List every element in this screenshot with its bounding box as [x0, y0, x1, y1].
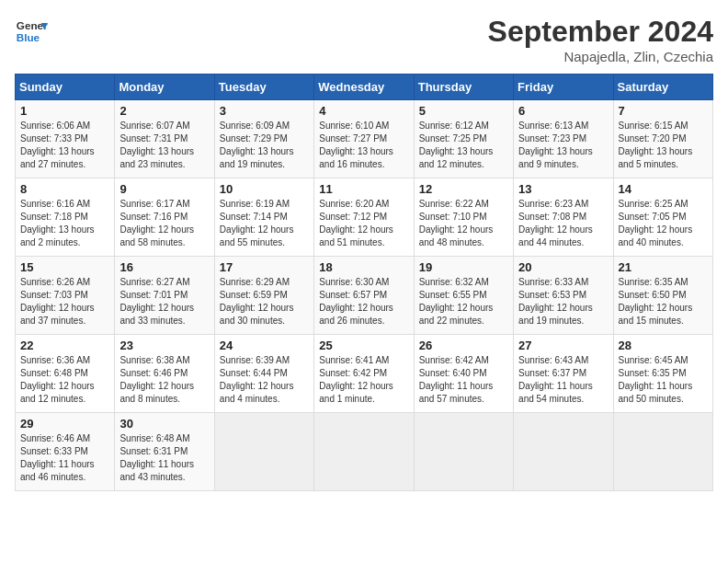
calendar-cell: 13Sunrise: 6:23 AM Sunset: 7:08 PM Dayli… — [514, 178, 613, 257]
page-header: General Blue September 2024 Napajedla, Z… — [15, 15, 713, 64]
calendar-week-row: 22Sunrise: 6:36 AM Sunset: 6:48 PM Dayli… — [16, 335, 713, 413]
logo-icon: General Blue — [15, 15, 48, 48]
calendar-cell: 9Sunrise: 6:17 AM Sunset: 7:16 PM Daylig… — [115, 178, 214, 257]
day-info: Sunrise: 6:22 AM Sunset: 7:10 PM Dayligh… — [419, 198, 508, 249]
day-number: 22 — [20, 339, 109, 352]
calendar-cell: 30Sunrise: 6:48 AM Sunset: 6:31 PM Dayli… — [115, 413, 214, 491]
day-number: 18 — [319, 260, 408, 274]
day-number: 28 — [619, 339, 708, 352]
calendar-cell: 16Sunrise: 6:27 AM Sunset: 7:01 PM Dayli… — [115, 257, 214, 335]
day-number: 4 — [319, 104, 408, 118]
day-number: 9 — [119, 182, 209, 196]
day-info: Sunrise: 6:30 AM Sunset: 6:57 PM Dayligh… — [319, 276, 408, 327]
calendar-week-row: 29Sunrise: 6:46 AM Sunset: 6:33 PM Dayli… — [16, 413, 713, 491]
weekday-header-saturday: Saturday — [613, 75, 712, 100]
calendar-cell — [514, 413, 613, 491]
day-info: Sunrise: 6:29 AM Sunset: 6:59 PM Dayligh… — [220, 276, 309, 327]
day-number: 1 — [20, 104, 109, 118]
day-number: 2 — [119, 104, 209, 118]
weekday-header-wednesday: Wednesday — [314, 75, 414, 100]
day-info: Sunrise: 6:13 AM Sunset: 7:23 PM Dayligh… — [518, 120, 608, 171]
day-number: 13 — [518, 182, 608, 196]
calendar-cell: 6Sunrise: 6:13 AM Sunset: 7:23 PM Daylig… — [514, 100, 613, 178]
day-info: Sunrise: 6:45 AM Sunset: 6:35 PM Dayligh… — [619, 354, 708, 406]
day-number: 21 — [619, 260, 708, 274]
title-section: September 2024 Napajedla, Zlin, Czechia — [488, 15, 713, 64]
calendar-cell: 12Sunrise: 6:22 AM Sunset: 7:10 PM Dayli… — [414, 178, 513, 257]
day-info: Sunrise: 6:06 AM Sunset: 7:33 PM Dayligh… — [20, 120, 109, 171]
day-number: 19 — [419, 260, 508, 274]
day-number: 24 — [220, 339, 309, 352]
day-number: 12 — [419, 182, 508, 196]
day-info: Sunrise: 6:27 AM Sunset: 7:01 PM Dayligh… — [119, 276, 209, 327]
day-number: 6 — [518, 104, 608, 118]
calendar-week-row: 15Sunrise: 6:26 AM Sunset: 7:03 PM Dayli… — [16, 257, 713, 335]
day-info: Sunrise: 6:43 AM Sunset: 6:37 PM Dayligh… — [518, 354, 608, 406]
day-info: Sunrise: 6:42 AM Sunset: 6:40 PM Dayligh… — [419, 354, 508, 406]
day-info: Sunrise: 6:38 AM Sunset: 6:46 PM Dayligh… — [119, 354, 209, 406]
weekday-header-thursday: Thursday — [414, 75, 513, 100]
day-info: Sunrise: 6:20 AM Sunset: 7:12 PM Dayligh… — [319, 198, 408, 249]
day-number: 30 — [119, 417, 209, 431]
calendar-cell: 26Sunrise: 6:42 AM Sunset: 6:40 PM Dayli… — [414, 335, 513, 413]
calendar-cell: 14Sunrise: 6:25 AM Sunset: 7:05 PM Dayli… — [613, 178, 712, 257]
day-number: 10 — [220, 182, 309, 196]
calendar-cell: 29Sunrise: 6:46 AM Sunset: 6:33 PM Dayli… — [16, 413, 115, 491]
calendar-cell: 20Sunrise: 6:33 AM Sunset: 6:53 PM Dayli… — [514, 257, 613, 335]
day-info: Sunrise: 6:19 AM Sunset: 7:14 PM Dayligh… — [220, 198, 309, 249]
day-info: Sunrise: 6:26 AM Sunset: 7:03 PM Dayligh… — [20, 276, 109, 327]
calendar-cell: 21Sunrise: 6:35 AM Sunset: 6:50 PM Dayli… — [613, 257, 712, 335]
day-info: Sunrise: 6:41 AM Sunset: 6:42 PM Dayligh… — [319, 354, 408, 406]
calendar-cell: 15Sunrise: 6:26 AM Sunset: 7:03 PM Dayli… — [16, 257, 115, 335]
calendar-cell — [414, 413, 513, 491]
logo: General Blue — [15, 15, 48, 48]
day-info: Sunrise: 6:33 AM Sunset: 6:53 PM Dayligh… — [518, 276, 608, 327]
day-number: 3 — [220, 104, 309, 118]
day-info: Sunrise: 6:16 AM Sunset: 7:18 PM Dayligh… — [20, 198, 109, 249]
calendar-week-row: 8Sunrise: 6:16 AM Sunset: 7:18 PM Daylig… — [16, 178, 713, 257]
day-info: Sunrise: 6:39 AM Sunset: 6:44 PM Dayligh… — [220, 354, 309, 406]
day-info: Sunrise: 6:10 AM Sunset: 7:27 PM Dayligh… — [319, 120, 408, 171]
calendar-cell: 19Sunrise: 6:32 AM Sunset: 6:55 PM Dayli… — [414, 257, 513, 335]
calendar-cell: 24Sunrise: 6:39 AM Sunset: 6:44 PM Dayli… — [214, 335, 313, 413]
weekday-header-friday: Friday — [514, 75, 613, 100]
svg-text:Blue: Blue — [17, 31, 40, 43]
calendar-cell: 28Sunrise: 6:45 AM Sunset: 6:35 PM Dayli… — [613, 335, 712, 413]
calendar-cell: 7Sunrise: 6:15 AM Sunset: 7:20 PM Daylig… — [613, 100, 712, 178]
calendar-cell: 18Sunrise: 6:30 AM Sunset: 6:57 PM Dayli… — [314, 257, 414, 335]
day-info: Sunrise: 6:09 AM Sunset: 7:29 PM Dayligh… — [220, 120, 309, 171]
calendar-cell: 25Sunrise: 6:41 AM Sunset: 6:42 PM Dayli… — [314, 335, 414, 413]
day-number: 27 — [518, 339, 608, 352]
weekday-header-tuesday: Tuesday — [214, 75, 313, 100]
calendar-cell — [214, 413, 313, 491]
day-number: 16 — [119, 260, 209, 274]
day-number: 8 — [20, 182, 109, 196]
day-number: 26 — [419, 339, 508, 352]
calendar-cell — [613, 413, 712, 491]
day-number: 15 — [20, 260, 109, 274]
calendar-cell: 27Sunrise: 6:43 AM Sunset: 6:37 PM Dayli… — [514, 335, 613, 413]
day-info: Sunrise: 6:23 AM Sunset: 7:08 PM Dayligh… — [518, 198, 608, 249]
day-info: Sunrise: 6:25 AM Sunset: 7:05 PM Dayligh… — [619, 198, 708, 249]
calendar-cell: 1Sunrise: 6:06 AM Sunset: 7:33 PM Daylig… — [16, 100, 115, 178]
weekday-header-monday: Monday — [115, 75, 214, 100]
day-number: 17 — [220, 260, 309, 274]
day-number: 5 — [419, 104, 508, 118]
day-info: Sunrise: 6:46 AM Sunset: 6:33 PM Dayligh… — [20, 432, 109, 484]
calendar-cell: 17Sunrise: 6:29 AM Sunset: 6:59 PM Dayli… — [214, 257, 313, 335]
day-info: Sunrise: 6:15 AM Sunset: 7:20 PM Dayligh… — [619, 120, 708, 171]
month-title: September 2024 — [488, 15, 713, 49]
calendar-cell — [314, 413, 414, 491]
day-info: Sunrise: 6:48 AM Sunset: 6:31 PM Dayligh… — [119, 432, 209, 484]
calendar-header-row: SundayMondayTuesdayWednesdayThursdayFrid… — [16, 75, 713, 100]
day-info: Sunrise: 6:35 AM Sunset: 6:50 PM Dayligh… — [619, 276, 708, 327]
calendar-cell: 3Sunrise: 6:09 AM Sunset: 7:29 PM Daylig… — [214, 100, 313, 178]
calendar-cell: 2Sunrise: 6:07 AM Sunset: 7:31 PM Daylig… — [115, 100, 214, 178]
day-info: Sunrise: 6:12 AM Sunset: 7:25 PM Dayligh… — [419, 120, 508, 171]
calendar-cell: 5Sunrise: 6:12 AM Sunset: 7:25 PM Daylig… — [414, 100, 513, 178]
day-number: 11 — [319, 182, 408, 196]
calendar-cell: 11Sunrise: 6:20 AM Sunset: 7:12 PM Dayli… — [314, 178, 414, 257]
day-number: 25 — [319, 339, 408, 352]
day-info: Sunrise: 6:36 AM Sunset: 6:48 PM Dayligh… — [20, 354, 109, 406]
calendar-cell: 10Sunrise: 6:19 AM Sunset: 7:14 PM Dayli… — [214, 178, 313, 257]
